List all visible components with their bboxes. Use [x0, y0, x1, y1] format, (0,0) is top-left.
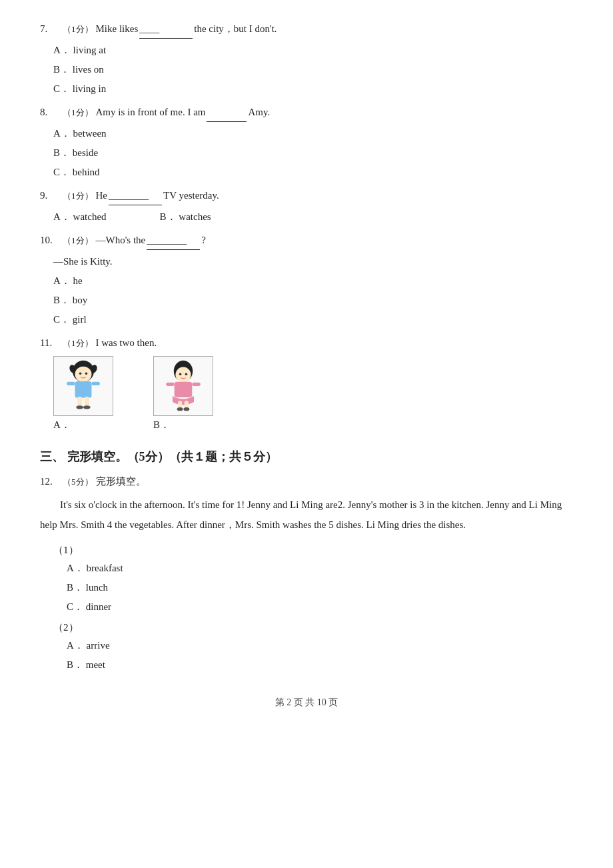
- sq1-num: （1）: [53, 541, 573, 559]
- q10-score: （1分）: [63, 233, 93, 248]
- q8-num: 8.: [40, 103, 60, 121]
- sq1-option-c-label: C．: [67, 601, 83, 612]
- q9-option-b-label: B．: [160, 211, 177, 222]
- q11-image-b: [153, 356, 213, 416]
- svg-rect-6: [75, 381, 92, 398]
- sq2-option-a-text: arrive: [87, 640, 110, 651]
- q7-num: 7.: [40, 20, 60, 38]
- q10-option-a-label: A．: [53, 275, 71, 286]
- sq1-option-c: C． dinner: [67, 598, 573, 616]
- q8-option-c: C． behind: [53, 163, 573, 181]
- q10-option-c-text: girl: [73, 314, 87, 325]
- q7-option-a: A． living at: [53, 41, 573, 59]
- sq1-option-c-text: dinner: [86, 601, 111, 612]
- q8-option-b-label: B．: [53, 147, 70, 158]
- sq2: （2） A． arrive B． meet: [53, 619, 573, 674]
- sq1-option-b-label: B．: [67, 582, 83, 593]
- sq2-option-a: A． arrive: [67, 637, 573, 655]
- q7-option-b: B． lives on: [53, 61, 573, 79]
- q9-option-a-text: watched: [73, 211, 107, 222]
- q10-option-c-label: C．: [53, 314, 70, 325]
- question-7: 7. （1分） Mike likes ____ the city，but I d…: [40, 20, 573, 98]
- sq2-num: （2）: [53, 619, 573, 637]
- svg-point-20: [177, 407, 183, 411]
- q10-option-b-text: boy: [73, 295, 88, 305]
- sq1-option-b: B． lunch: [67, 579, 573, 597]
- sq2-option-a-label: A．: [67, 640, 84, 651]
- question-11: 11. （1分） I was two then.: [40, 334, 573, 434]
- question-8: 8. （1分） Amy is in front of me. I am Amy.…: [40, 103, 573, 181]
- sq1-option-b-text: lunch: [86, 582, 108, 593]
- q12-passage: It's six o'clock in the afternoon. It's …: [40, 495, 573, 535]
- svg-point-4: [79, 373, 82, 375]
- q7-score: （1分）: [63, 21, 93, 37]
- q7-option-a-label: A．: [53, 45, 71, 55]
- q8-option-a: A． between: [53, 125, 573, 143]
- q8-option-b-text: beside: [73, 147, 98, 158]
- sq2-option-b-label: B．: [67, 659, 83, 670]
- svg-point-9: [76, 405, 83, 409]
- svg-point-10: [83, 405, 91, 409]
- q7-text: Mike likes: [96, 20, 139, 38]
- q10-blank: ________: [147, 231, 200, 250]
- footer-text: 第 2 页 共 10 页: [275, 697, 338, 707]
- q7-option-b-text: lives on: [73, 64, 104, 75]
- svg-point-3: [75, 367, 92, 382]
- svg-rect-12: [91, 382, 99, 385]
- q11-image-a-container: A．: [53, 356, 113, 434]
- q8-option-c-label: C．: [53, 167, 70, 177]
- sq1-option-a: A． breakfast: [67, 559, 573, 577]
- q9-num: 9.: [40, 187, 60, 205]
- q9-option-b-text: watches: [179, 211, 211, 222]
- q11-images-row: A．: [53, 356, 573, 434]
- sq2-option-b-text: meet: [86, 659, 105, 670]
- svg-rect-23: [192, 383, 200, 386]
- section3-title: 三、 完形填空。（5分）（共１题；共５分）: [40, 446, 573, 467]
- q10-option-c: C． girl: [53, 311, 573, 329]
- q10-sub-content: —She is Kitty.: [53, 256, 113, 267]
- q9-options-row: A． watched B． watches: [53, 208, 573, 226]
- q12-label: 完形填空。: [96, 473, 146, 491]
- q10-text2: ?: [201, 231, 206, 249]
- svg-point-14: [175, 367, 191, 383]
- sq1-option-a-label: A．: [67, 563, 84, 573]
- q7-option-c: C． living in: [53, 80, 573, 98]
- svg-rect-11: [67, 382, 75, 385]
- q9-score: （1分）: [63, 188, 93, 203]
- q11-text: I was two then.: [96, 334, 157, 352]
- q8-text: Amy is in front of me. I am: [96, 103, 206, 121]
- svg-point-21: [183, 407, 189, 411]
- q8-text2: Amy.: [248, 103, 270, 121]
- q9-text: He: [96, 187, 108, 205]
- q9-option-b: B． watches: [160, 208, 211, 226]
- sq2-option-b: B． meet: [67, 656, 573, 674]
- q8-blank: [207, 103, 247, 122]
- q7-blank: ____: [139, 20, 193, 39]
- q8-option-a-text: between: [73, 128, 107, 139]
- q8-option-b: B． beside: [53, 144, 573, 162]
- footer: 第 2 页 共 10 页: [40, 694, 573, 711]
- question-9: 9. （1分） He ________ TV yesterday. A． wat…: [40, 187, 573, 226]
- q10-sub-text: —She is Kitty.: [53, 253, 573, 271]
- q10-option-b: B． boy: [53, 291, 573, 309]
- q11-image-b-container: B．: [153, 356, 213, 434]
- q8-option-c-text: behind: [73, 167, 100, 177]
- svg-rect-17: [175, 382, 193, 397]
- q7-text2: the city，but I don't.: [194, 20, 277, 38]
- q10-option-a: A． he: [53, 272, 573, 290]
- q8-option-a-label: A．: [53, 128, 71, 139]
- q11-image-a-label: A．: [53, 419, 71, 430]
- cartoon-girl-older-icon: [157, 359, 210, 413]
- q7-option-a-text: living at: [73, 45, 107, 55]
- q12-score: （5分）: [63, 474, 93, 489]
- q7-option-b-label: B．: [53, 64, 70, 75]
- q9-option-a-label: A．: [53, 211, 71, 222]
- q12-num: 12.: [40, 473, 60, 491]
- sq1: （1） A． breakfast B． lunch C． dinner: [53, 541, 573, 616]
- sq1-option-a-text: breakfast: [87, 563, 123, 573]
- q9-text2: TV yesterday.: [163, 187, 219, 205]
- svg-point-5: [85, 373, 88, 375]
- q11-num: 11.: [40, 334, 60, 352]
- q11-image-a: [53, 356, 113, 416]
- svg-point-15: [179, 373, 182, 375]
